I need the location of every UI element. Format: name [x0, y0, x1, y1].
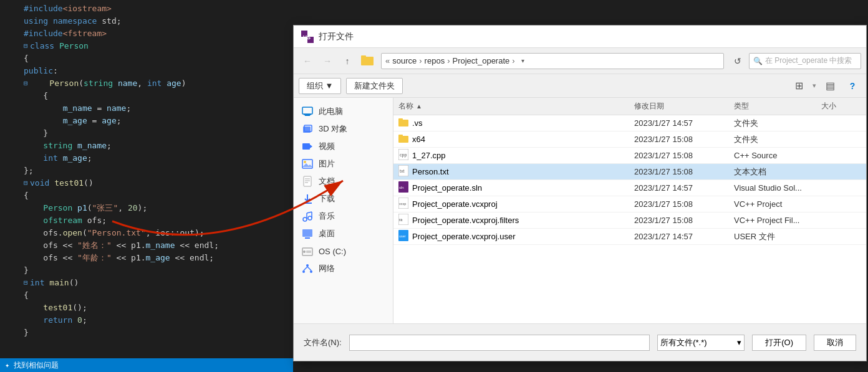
- breadcrumb-expand[interactable]: ▾: [518, 53, 529, 69]
- up-button[interactable]: ↑: [339, 53, 356, 69]
- network-icon: [301, 262, 314, 275]
- svg-line-37: [307, 267, 311, 270]
- sln-file-icon: sln: [398, 181, 408, 194]
- file-list-header: 名称 ▲ 修改日期 类型 大小: [393, 98, 866, 115]
- downloads-icon: [301, 193, 314, 205]
- code-line-16: ⊟ void test01(): [0, 177, 293, 189]
- search-placeholder-text: 在 Project_operate 中搜索: [765, 55, 852, 66]
- svg-rect-28: [302, 229, 312, 237]
- code-line-6: public:: [0, 65, 293, 77]
- refresh-button[interactable]: ↺: [729, 53, 746, 69]
- code-line-10: m_age = age;: [0, 115, 293, 127]
- file-dialog: VS 打开文件 ← → ↑ « source › repos › Project…: [293, 25, 867, 361]
- svg-line-26: [307, 212, 312, 213]
- file-row-cpp[interactable]: cpp 1_27.cpp 2023/1/27 15:08 C++ Source: [393, 148, 866, 164]
- 3d-icon: [301, 123, 314, 135]
- col-type[interactable]: 类型: [729, 101, 816, 112]
- file-row-vs[interactable]: .vs 2023/1/27 14:57 文件夹: [393, 115, 866, 131]
- breadcrumb-repos[interactable]: repos: [425, 56, 445, 65]
- svg-text:filt: filt: [399, 218, 403, 222]
- nav-label-documents: 文档: [319, 176, 335, 187]
- code-line-20: ofs.open("Person.txt", ios::out);: [0, 227, 293, 239]
- preview-button[interactable]: ▤: [821, 78, 839, 94]
- filters-file-icon: filt: [398, 214, 408, 227]
- file-row-sln[interactable]: sln Project_operate.sln 2023/1/27 14:57 …: [393, 180, 866, 196]
- help-button[interactable]: ?: [844, 78, 861, 94]
- filename-input[interactable]: [349, 335, 650, 351]
- forward-button[interactable]: →: [319, 53, 336, 69]
- nav-item-os[interactable]: OS (C:): [294, 242, 393, 260]
- code-line-7: ⊟ Person(string name, int age): [0, 77, 293, 90]
- col-size[interactable]: 大小: [816, 101, 866, 112]
- nav-item-documents[interactable]: 文档: [294, 173, 393, 190]
- new-folder-button[interactable]: 新建文件夹: [346, 78, 403, 94]
- open-button[interactable]: 打开(O): [752, 335, 806, 351]
- filetype-arrow: ▾: [737, 338, 741, 347]
- dialog-titlebar: VS 打开文件: [294, 26, 866, 48]
- organize-button[interactable]: 组织 ▼: [299, 78, 341, 94]
- nav-panel: 此电脑 3D 对象 视频: [294, 98, 393, 323]
- nav-item-computer[interactable]: 此电脑: [294, 103, 393, 120]
- svg-rect-7: [361, 55, 366, 58]
- status-text: ✦ 找到相似问题: [5, 359, 59, 371]
- file-row-vcxproj[interactable]: vcxp Project_operate.vcxproj 2023/1/27 1…: [393, 196, 866, 212]
- breadcrumb-project[interactable]: Project_operate: [452, 56, 509, 65]
- nav-item-desktop[interactable]: 桌面: [294, 225, 393, 242]
- filetype-label: 所有文件(*.*): [660, 337, 706, 348]
- documents-icon: [301, 175, 314, 188]
- file-row-user[interactable]: user Project_operate.vcxproj.user 2023/1…: [393, 229, 866, 245]
- code-line-21: ofs << "姓名：" << p1.m_name << endl;: [0, 239, 293, 252]
- folder-icon-x64: [398, 134, 408, 145]
- svg-rect-13: [302, 143, 310, 150]
- col-date[interactable]: 修改日期: [629, 101, 729, 112]
- nav-item-pictures[interactable]: 图片: [294, 155, 393, 173]
- dialog-footer: 文件名(N): 所有文件(*.*) ▾ 打开(O) 取消: [294, 323, 866, 361]
- svg-rect-6: [361, 57, 374, 65]
- svg-text:sln: sln: [399, 186, 404, 189]
- vcxproj-file-icon: vcxp: [398, 198, 408, 211]
- filetype-select[interactable]: 所有文件(*.*) ▾: [657, 335, 745, 351]
- code-line-14: int m_age;: [0, 152, 293, 165]
- nav-item-downloads[interactable]: 下载: [294, 190, 393, 207]
- dialog-actionbar: 组织 ▼ 新建文件夹 ⊞ ▾ ▤ ?: [294, 74, 866, 98]
- svg-point-34: [302, 270, 305, 273]
- svg-text:vcxp: vcxp: [399, 202, 406, 206]
- code-line-23: }: [0, 264, 293, 277]
- svg-rect-32: [306, 250, 311, 253]
- nav-label-computer: 此电脑: [319, 106, 343, 117]
- code-line-28: }: [0, 327, 293, 339]
- svg-point-33: [306, 264, 309, 267]
- svg-rect-8: [302, 107, 312, 114]
- code-line-9: m_name = name;: [0, 102, 293, 115]
- file-row-x64[interactable]: x64 2023/1/27 15:08 文件夹: [393, 131, 866, 148]
- nav-label-3d: 3D 对象: [319, 123, 347, 135]
- cancel-button[interactable]: 取消: [814, 335, 856, 351]
- file-row-persontxt[interactable]: txt Person.txt 2023/1/27 15:08 文本文档: [393, 164, 866, 180]
- svg-line-36: [304, 267, 307, 270]
- svg-text:VS: VS: [303, 34, 311, 41]
- nav-item-3d[interactable]: 3D 对象: [294, 120, 393, 138]
- location-folder-icon: [361, 54, 374, 68]
- code-line-13: string m_name;: [0, 140, 293, 152]
- code-line-27: return 0;: [0, 314, 293, 327]
- file-list: .vs 2023/1/27 14:57 文件夹 x64 2023/1/27 15…: [393, 115, 866, 323]
- breadcrumb-source[interactable]: source: [392, 56, 417, 65]
- back-button[interactable]: ←: [299, 53, 316, 69]
- nav-item-network[interactable]: 网络: [294, 260, 393, 277]
- svg-point-24: [308, 216, 312, 220]
- col-name[interactable]: 名称 ▲: [393, 101, 629, 112]
- folder-icon-vs: [398, 118, 408, 128]
- file-row-filters[interactable]: filt Project_operate.vcxproj.filters 202…: [393, 212, 866, 229]
- view-options-button[interactable]: ⊞: [790, 78, 808, 94]
- dialog-toolbar: ← → ↑ « source › repos › Project_operate…: [294, 48, 866, 74]
- svg-text:cpp: cpp: [400, 153, 407, 158]
- nav-item-video[interactable]: 视频: [294, 138, 393, 155]
- nav-item-music[interactable]: 音乐: [294, 207, 393, 225]
- svg-point-35: [310, 270, 312, 273]
- svg-marker-14: [310, 145, 312, 148]
- search-box[interactable]: 🔍 在 Project_operate 中搜索: [749, 53, 861, 69]
- svg-rect-29: [305, 237, 310, 239]
- search-icon: 🔍: [753, 57, 763, 65]
- svg-rect-41: [398, 135, 403, 137]
- sort-arrow: ▲: [416, 103, 422, 110]
